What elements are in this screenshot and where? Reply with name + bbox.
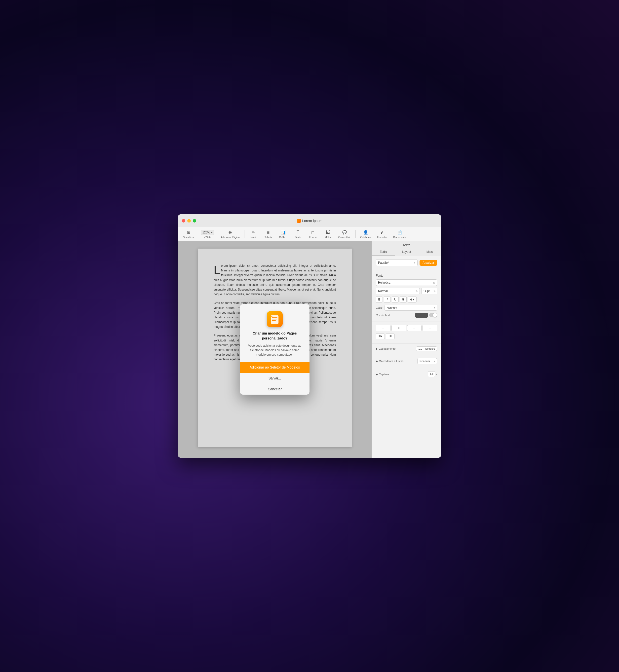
bold-button[interactable]: B (376, 296, 383, 303)
fullscreen-button[interactable] (193, 219, 196, 223)
spacing-row: ▶ Espaçamento 1,0 – Simples (376, 347, 437, 351)
alignment-section: ☰ ≡ ☰ ☰ ☰+ ·☰ (372, 322, 441, 343)
spacing-section: ▶ Espaçamento 1,0 – Simples (372, 344, 441, 355)
toolbar-tabela[interactable]: ⊞ Tabela (261, 229, 275, 240)
document-area[interactable]: Lorem ipsum dolor sit amet, consectetur … (178, 241, 371, 458)
font-size-box[interactable]: 14 pt ⇅ (421, 288, 437, 294)
bullets-section: ▶ Marcadores e Listas Nenhum ▾ (372, 355, 441, 368)
tab-layout[interactable]: Layout (395, 248, 418, 256)
zoom-value: 125% (202, 231, 210, 234)
style-value: Padrão* (378, 261, 389, 265)
dialog-cancel-button[interactable]: Cancelar (240, 384, 310, 395)
capitular-label: Capitular (379, 373, 390, 376)
toolbar-visualizar[interactable]: ⊞ Visualizar (181, 229, 197, 240)
align-left-button[interactable]: ☰ (376, 325, 391, 331)
indent-increase-button[interactable]: ·☰ (386, 333, 395, 339)
font-size-chevron: ⇅ (433, 290, 435, 293)
toolbar-texto[interactable]: T Texto (291, 229, 305, 240)
toolbar-separator-1 (244, 230, 245, 238)
tab-mais[interactable]: Mais (418, 248, 441, 256)
toolbar-forma[interactable]: ◻ Forma (306, 229, 320, 240)
toolbar-separator-2 (355, 230, 356, 238)
font-name-selector[interactable]: Helvetica ⇅ (376, 279, 437, 286)
color-toggle[interactable] (429, 313, 437, 317)
toolbar-colaborar-label: Colaborar (360, 236, 371, 239)
formatar-icon: 🖌 (380, 230, 385, 235)
capitular-chevron-icon: ▶ (376, 373, 378, 376)
style-selector-row: Padrão* ▾ Atualizar (376, 259, 437, 266)
spacing-value[interactable]: 1,0 – Simples (416, 347, 437, 351)
toolbar-formatar[interactable]: 🖌 Formatar (374, 229, 390, 240)
font-style-value: Normal (378, 289, 388, 293)
underline-button[interactable]: U (392, 296, 399, 303)
font-name-row: Helvetica ⇅ (376, 279, 437, 286)
color-toggle-knob (433, 313, 437, 317)
style-dropdown[interactable]: Padrão* ▾ (376, 259, 418, 266)
toolbar-tabela-label: Tabela (265, 236, 272, 239)
capitular-toggle[interactable]: ▶ Capitular (376, 373, 390, 376)
color-label: Cor do Texto (376, 314, 391, 317)
capitular-controls: A≡ ▾ (428, 371, 437, 377)
style-section: Padrão* ▾ Atualizar (372, 256, 441, 271)
sidebar-tabs: Estilo Layout Mais (372, 248, 441, 256)
color-controls (415, 313, 437, 318)
dialog-icon-wrap (246, 311, 303, 327)
capitular-section: ▶ Capitular A≡ ▾ (372, 368, 441, 381)
toolbar-comentario[interactable]: 💬 Comentário (336, 229, 354, 240)
toolbar-texto-label: Texto (295, 236, 301, 239)
main-area: Lorem ipsum dolor sit amet, consectetur … (178, 241, 441, 458)
estilo-selector[interactable]: Nenhum ▾ (385, 305, 437, 311)
toolbar-colaborar[interactable]: 👤 Colaborar (358, 229, 373, 240)
toolbar-inserir[interactable]: ✏ Inserir (247, 229, 260, 240)
close-button[interactable] (182, 219, 185, 223)
bullets-selector[interactable]: Nenhum ▾ (417, 358, 437, 364)
indent-row: ☰+ ·☰ (376, 333, 437, 339)
indent-decrease-button[interactable]: ☰+ (376, 333, 385, 339)
spacing-toggle[interactable]: ▶ Espaçamento (376, 347, 396, 351)
more-format-button[interactable]: ⊕▾ (408, 296, 417, 303)
font-style-selector[interactable]: Normal ⇅ (376, 288, 420, 294)
toolbar-grafico[interactable]: 📊 Gráfico (276, 229, 290, 240)
traffic-lights (182, 219, 196, 223)
update-button[interactable]: Atualizar (420, 260, 437, 266)
dialog-message: Você pode adicionar este documento ao Se… (246, 344, 303, 357)
window-title-area: Lorem ipsum (297, 219, 323, 223)
titlebar: Lorem ipsum (178, 214, 441, 227)
font-name-value: Helvetica (378, 281, 390, 284)
grafico-icon: 📊 (280, 230, 286, 235)
toolbar-grafico-label: Gráfico (279, 236, 287, 239)
toolbar-midia[interactable]: 🖼 Mídia (321, 229, 335, 240)
estilo-label: Estilo (376, 306, 383, 309)
color-swatch[interactable] (415, 313, 428, 318)
zoom-control[interactable]: 125% ▾ (201, 230, 214, 235)
inserir-icon: ✏ (251, 230, 256, 235)
pages-app-icon-svg (270, 314, 279, 324)
strikethrough-button[interactable]: S (400, 296, 407, 303)
dialog-save-button[interactable]: Salvar... (240, 373, 310, 384)
toolbar-documento-label: Documento (393, 236, 406, 239)
toolbar-add-page[interactable]: ⊕ Adicionar Página (218, 229, 242, 240)
app-window: Lorem ipsum ⊞ Visualizar 125% ▾ Zoom ⊕ A… (178, 214, 441, 458)
estilo-value: Nenhum (387, 306, 397, 309)
bullets-label: Marcadores e Listas (379, 360, 403, 363)
italic-button[interactable]: I (384, 296, 391, 303)
dialog-add-to-selector-button[interactable]: Adicionar ao Seletor de Modelos (240, 362, 310, 373)
forma-icon: ◻ (310, 230, 316, 235)
spacing-chevron-icon: ▶ (376, 347, 378, 351)
tab-estilo[interactable]: Estilo (372, 248, 395, 256)
minimize-button[interactable] (187, 219, 191, 223)
format-buttons-row: B I U S ⊕▾ (376, 296, 437, 303)
bullets-chevron-icon: ▶ (376, 360, 378, 363)
estilo-row: Estilo Nenhum ▾ (376, 305, 437, 311)
toolbar-forma-label: Forma (309, 236, 317, 239)
bullets-toggle[interactable]: ▶ Marcadores e Listas (376, 360, 403, 363)
dialog: Criar um modelo do Pages personalizado? … (240, 304, 310, 394)
align-justify-button[interactable]: ☰ (422, 325, 437, 331)
toolbar-formatar-label: Formatar (377, 236, 387, 239)
toolbar-documento[interactable]: 📄 Documento (391, 229, 408, 240)
bullets-value: Nenhum (420, 360, 430, 363)
capitular-icon-button[interactable]: A≡ (428, 371, 435, 377)
toolbar-zoom[interactable]: 125% ▾ Zoom (198, 229, 217, 239)
align-center-button[interactable]: ≡ (392, 325, 406, 331)
align-right-button[interactable]: ☰ (407, 325, 422, 331)
